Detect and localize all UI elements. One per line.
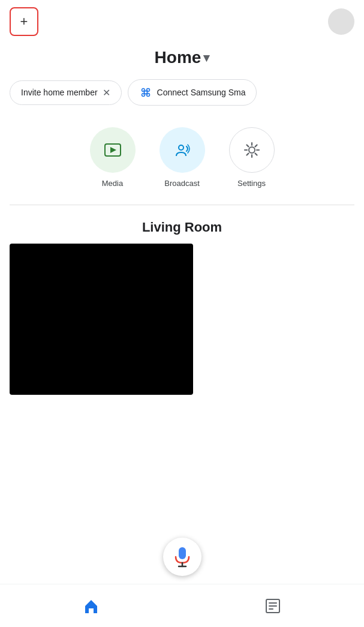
mic-container <box>163 538 201 576</box>
svg-point-12 <box>249 147 255 153</box>
samsung-icon <box>139 86 152 99</box>
nav-home[interactable] <box>67 591 115 621</box>
media-icon <box>102 139 124 161</box>
room-section: Living Room <box>0 210 364 395</box>
features-row: Media Broadcast Settings <box>0 118 364 200</box>
samsung-chip-label: Connect Samsung Sma <box>157 88 246 97</box>
avatar[interactable] <box>328 8 354 35</box>
svg-point-4 <box>144 91 147 94</box>
nav-routines[interactable] <box>249 591 297 621</box>
broadcast-label: Broadcast <box>164 179 200 188</box>
mic-button[interactable] <box>163 538 201 576</box>
svg-line-5 <box>143 90 145 91</box>
settings-label: Settings <box>237 179 266 188</box>
settings-feature[interactable]: Settings <box>229 127 275 188</box>
top-bar: + <box>0 0 364 43</box>
media-feature[interactable]: Media <box>90 127 136 188</box>
page-title-container: Home ▾ <box>0 43 364 79</box>
home-title-text: Home <box>155 48 201 67</box>
svg-point-11 <box>179 145 183 150</box>
page-title[interactable]: Home ▾ <box>155 48 210 67</box>
media-label: Media <box>102 179 123 188</box>
chips-row: Invite home member ✕ Connect Samsung Sma <box>0 79 364 118</box>
svg-line-8 <box>147 94 148 95</box>
broadcast-feature[interactable]: Broadcast <box>160 127 205 188</box>
chevron-down-icon: ▾ <box>203 50 209 65</box>
media-circle <box>90 127 136 173</box>
routines-icon <box>264 598 281 614</box>
broadcast-circle <box>160 127 205 173</box>
connect-samsung-chip[interactable]: Connect Samsung Sma <box>128 79 257 106</box>
room-title: Living Room <box>0 210 364 244</box>
settings-circle <box>229 127 275 173</box>
invite-chip-label: Invite home member <box>21 88 98 97</box>
bottom-nav <box>0 584 364 627</box>
svg-line-6 <box>147 90 148 91</box>
plus-icon: + <box>20 14 28 29</box>
gear-icon <box>241 139 263 161</box>
broadcast-icon <box>172 139 193 161</box>
svg-line-7 <box>143 94 145 95</box>
microphone-icon <box>173 546 191 568</box>
svg-marker-10 <box>110 147 116 153</box>
home-icon <box>83 598 100 614</box>
room-image[interactable] <box>10 244 193 395</box>
invite-home-member-chip[interactable]: Invite home member ✕ <box>10 80 122 105</box>
section-divider <box>10 205 354 205</box>
close-icon[interactable]: ✕ <box>103 87 110 98</box>
svg-rect-13 <box>179 547 186 559</box>
add-button[interactable]: + <box>10 7 38 36</box>
